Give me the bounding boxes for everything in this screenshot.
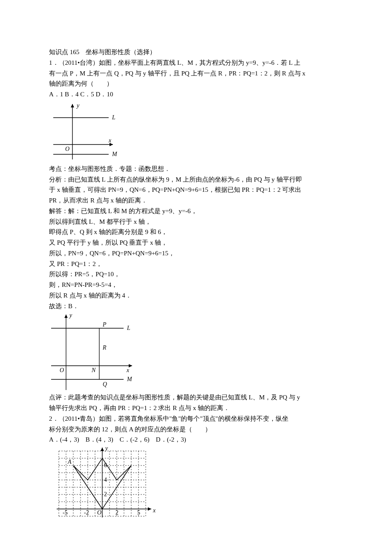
q1-stem-line3: 轴的距离为何（ ）	[49, 78, 343, 89]
q1-stem-line1: 1．（2011•台湾）如图，坐标平面上有两直线 L、M，其方程式分别为 y=9、…	[49, 58, 343, 68]
q1-figure-2: y x O L M P R N Q	[49, 311, 138, 392]
xtick-neg2: -2	[84, 509, 89, 516]
point-P-label: P	[102, 321, 107, 328]
q1-sol-4: 又 PQ 平行于 y 轴，所以 PQ 垂直于 x 轴，	[49, 237, 343, 248]
origin-label: O	[60, 367, 64, 373]
q1-sol-3: 即得点 P、Q 到 x 轴的距离分别是 9 和 6，	[49, 227, 343, 237]
q1-sol-1: 解答：解：已知直线 L 和 M 的方程式是 y=9、y=-6，	[49, 206, 343, 217]
q1-topic: 考点：坐标与图形性质．专题：函数思想．	[49, 164, 343, 174]
q1-sol-8: 则，RN=PN-PR=9-5=4，	[49, 280, 343, 290]
axis-x-label: x	[126, 367, 130, 373]
q1-analysis-2: 于 x 轴垂直，可得出 PN=9，QN=6，PQ=PN+QN=9+6=15，根据…	[49, 185, 343, 195]
ytick-2: 2	[104, 491, 107, 497]
origin-label: O	[97, 509, 101, 516]
axis-x-label: x	[153, 507, 156, 514]
point-R-label: R	[102, 344, 107, 351]
xtick-neg5: -5	[63, 509, 68, 516]
line-L-label: L	[127, 325, 130, 331]
axis-y-label: y	[104, 445, 108, 451]
q1-sol-9: 所以 R 点与 x 轴的距离为 4．	[49, 290, 343, 301]
axis-y-label: y	[69, 312, 72, 318]
xtick-5: 5	[137, 509, 140, 516]
q1-figure-1: y x O L M	[49, 100, 121, 164]
q1-sol-2: 所以得到直线 L、M 都平行于 x 轴，	[49, 217, 343, 227]
xtick-2: 2	[115, 509, 118, 516]
knowledge-point-header: 知识点 165 坐标与图形性质（选择）	[49, 47, 343, 58]
q1-stem-line2: 有一点 P，M 上有一点 Q，PQ 与 y 轴平行，且 PQ 上有一点 R，PR…	[49, 68, 343, 79]
line-M-label: M	[112, 151, 118, 157]
q2-stem-1: 2．（2011•青岛）如图，若将直角坐标系中"鱼"的每个"顶点"的横坐标保持不变…	[49, 413, 343, 424]
q2-figure: -5 -2 2 5 2 4 6 y x O A	[49, 445, 158, 520]
q1-options: A．1 B．4 C．5 D．10	[49, 89, 343, 100]
line-M-label: M	[127, 376, 133, 382]
q1-sol-7: 所以得：PR=5，PQ=10，	[49, 269, 343, 280]
q1-sol-6: 又 PR：PQ=1：2，	[49, 259, 343, 269]
ytick-6: 6	[104, 462, 107, 468]
q2-options: A．(-4，3) B．(4，3) C．(-2，6) D．(-2，3)	[49, 434, 343, 445]
origin-label: O	[65, 146, 69, 152]
point-N-label: N	[91, 367, 96, 373]
axis-y-label: y	[76, 102, 80, 109]
q1-comment-1: 点评：此题考查的知识点是坐标与图形性质，解题的关键是由已知直线 L、M，及 PQ…	[49, 392, 343, 403]
q1-sol-10: 故选：B．	[49, 301, 343, 312]
line-L-label: L	[112, 114, 115, 121]
q1-analysis-1: 分析：由已知直线 L 上所有点的纵坐标为 9，M 上所由点的坐标为-6，由 PQ…	[49, 174, 343, 185]
q1-sol-5: 所以，PN=9，QN=6，PQ=PN+QN=9+6=15，	[49, 248, 343, 259]
q1-comment-2: 轴平行先求出 PQ，再由 PR：PQ=1：2 求出 R 点与 x 轴的距离．	[49, 403, 343, 413]
axis-x-label: x	[108, 137, 112, 144]
point-A-label: A	[67, 459, 72, 465]
ytick-4: 4	[104, 477, 107, 483]
point-Q-label: Q	[103, 381, 107, 387]
q1-analysis-3: PR，从而求出 R 点与 x 轴的距离．	[49, 195, 343, 206]
q2-stem-2: 标分别变为原来的 12，则点 A 的对应点的坐标是（ ）	[49, 424, 343, 435]
